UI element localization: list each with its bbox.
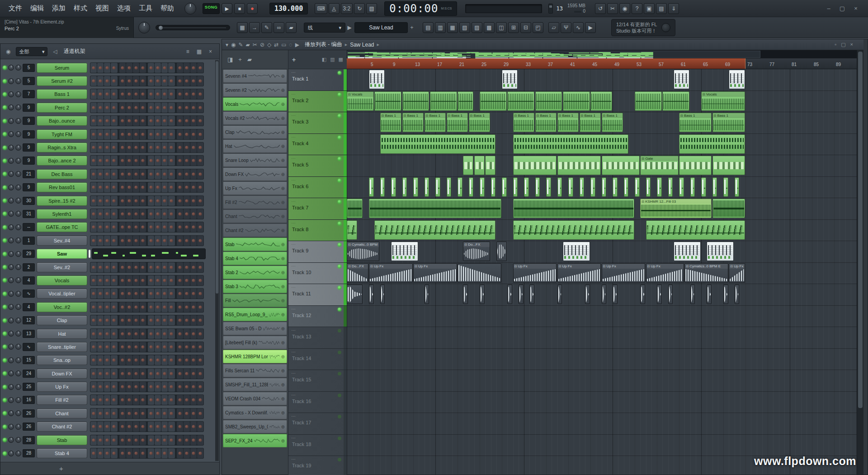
step-cell[interactable] bbox=[190, 395, 197, 405]
step-cell[interactable] bbox=[184, 435, 190, 445]
step-cell[interactable] bbox=[155, 129, 161, 139]
step-cell[interactable] bbox=[133, 395, 139, 405]
clip[interactable] bbox=[690, 285, 695, 304]
step-cell[interactable] bbox=[197, 382, 203, 392]
step-cell[interactable] bbox=[148, 435, 154, 445]
clip[interactable] bbox=[557, 177, 562, 197]
step-cell[interactable] bbox=[161, 182, 168, 192]
step-cell[interactable] bbox=[155, 422, 161, 432]
step-cell[interactable] bbox=[97, 169, 104, 179]
step-cell[interactable] bbox=[177, 209, 183, 219]
clip[interactable]: ⊟Gate bbox=[640, 156, 678, 175]
channel-mixer-track-number[interactable]: 9 bbox=[23, 130, 35, 138]
step-cell[interactable] bbox=[168, 289, 175, 299]
clip[interactable] bbox=[425, 177, 429, 197]
step-cell[interactable] bbox=[197, 262, 203, 272]
track-options-dots[interactable]: … bbox=[291, 198, 296, 203]
clip[interactable] bbox=[485, 156, 495, 175]
step-cell[interactable] bbox=[104, 422, 110, 432]
step-cell[interactable] bbox=[140, 435, 146, 445]
menu-item-4[interactable]: 样式 bbox=[70, 4, 91, 13]
playlist-track-lane[interactable]: ⊟Vocals⊟Vocals bbox=[347, 91, 858, 113]
clip[interactable] bbox=[480, 285, 485, 304]
clip[interactable] bbox=[712, 177, 717, 197]
menu-item-6[interactable]: 选项 bbox=[113, 4, 135, 13]
step-cell[interactable] bbox=[190, 182, 197, 192]
step-cell[interactable] bbox=[111, 196, 117, 206]
step-cell[interactable] bbox=[119, 342, 126, 352]
script-icon[interactable]: ▱ bbox=[548, 22, 559, 33]
track-header[interactable]: …Track 9 bbox=[288, 241, 347, 263]
step-cell[interactable] bbox=[190, 129, 197, 139]
step-cell[interactable] bbox=[140, 89, 146, 99]
channel-mute-led[interactable] bbox=[3, 385, 7, 389]
track-led[interactable] bbox=[338, 351, 341, 354]
step-cell[interactable] bbox=[155, 262, 161, 272]
step-cell[interactable] bbox=[184, 315, 190, 325]
step-cell[interactable] bbox=[197, 222, 203, 232]
loop-record-icon[interactable]: ↻ bbox=[354, 3, 365, 14]
clip[interactable]: ⊟Bass 1 bbox=[557, 113, 579, 132]
step-cell[interactable] bbox=[90, 329, 97, 339]
step-cell[interactable] bbox=[184, 355, 190, 365]
track-led[interactable] bbox=[338, 136, 341, 139]
channel-mixer-track-number[interactable]: 24 bbox=[23, 370, 35, 378]
clip[interactable] bbox=[513, 199, 634, 218]
channel-filter-dropdown[interactable]: 全部 ▾ bbox=[16, 47, 47, 56]
menu-item-7[interactable]: 工具 bbox=[135, 4, 156, 13]
step-cell[interactable] bbox=[197, 369, 203, 379]
channel-mute-led[interactable] bbox=[3, 79, 7, 83]
clip[interactable] bbox=[657, 285, 662, 304]
track-header[interactable]: …Track 13 bbox=[288, 327, 347, 349]
track-options-dots[interactable]: … bbox=[291, 176, 296, 181]
clip[interactable] bbox=[529, 285, 534, 304]
step-cell[interactable] bbox=[148, 129, 154, 139]
pattern-arrow-button[interactable]: ▶ bbox=[346, 24, 353, 31]
tempo-display[interactable]: 130.000 bbox=[269, 3, 308, 14]
step-cell[interactable] bbox=[168, 422, 175, 432]
step-cell[interactable] bbox=[197, 342, 203, 352]
channel-volume-knob[interactable] bbox=[15, 171, 21, 177]
clip[interactable] bbox=[707, 285, 712, 304]
step-cell[interactable] bbox=[119, 169, 126, 179]
picker-item[interactable]: SMSHP_Fill_11_128B⊕ bbox=[223, 378, 287, 391]
step-cell[interactable] bbox=[197, 355, 203, 365]
step-cell[interactable] bbox=[177, 408, 183, 418]
picker-item[interactable]: Vocals⊕ bbox=[223, 97, 287, 111]
clip[interactable] bbox=[602, 156, 640, 175]
step-cell[interactable] bbox=[119, 129, 126, 139]
step-cell[interactable] bbox=[155, 355, 161, 365]
step-cell[interactable] bbox=[197, 63, 203, 73]
step-cell[interactable] bbox=[119, 196, 126, 206]
picker-item[interactable]: KSHMR 128BPM Long⊕ bbox=[223, 350, 287, 363]
step-cell[interactable] bbox=[184, 329, 190, 339]
step-cell[interactable] bbox=[133, 382, 139, 392]
step-cell[interactable] bbox=[111, 369, 117, 379]
channel-mixer-track-number[interactable]: 2 bbox=[23, 263, 35, 271]
channel-pan-knob[interactable] bbox=[8, 104, 14, 110]
step-cell[interactable] bbox=[111, 276, 117, 285]
step-cell[interactable] bbox=[155, 222, 161, 232]
track-header[interactable]: …Track 3 bbox=[288, 112, 347, 134]
channel-mute-led[interactable] bbox=[3, 398, 7, 402]
step-cell[interactable] bbox=[148, 262, 154, 272]
step-cell[interactable] bbox=[140, 196, 146, 206]
step-cell[interactable] bbox=[104, 196, 110, 206]
step-cell[interactable] bbox=[184, 448, 190, 458]
menu-item-5[interactable]: 视图 bbox=[91, 4, 113, 13]
step-cell[interactable] bbox=[168, 369, 175, 379]
metronome-icon[interactable]: ◬ bbox=[329, 3, 340, 14]
clip[interactable] bbox=[557, 285, 562, 304]
step-cell[interactable] bbox=[119, 76, 126, 86]
step-cell[interactable] bbox=[97, 63, 104, 73]
playlist-track-lane[interactable] bbox=[347, 306, 858, 328]
picker-item-knob-icon[interactable]: ⊕ bbox=[281, 354, 285, 359]
channel-button[interactable]: Down FX bbox=[37, 369, 87, 379]
step-cell[interactable] bbox=[104, 435, 110, 445]
clip[interactable] bbox=[590, 91, 612, 111]
step-cell[interactable] bbox=[168, 315, 175, 325]
picker-item-knob-icon[interactable]: ⊕ bbox=[281, 228, 285, 233]
clip[interactable] bbox=[402, 91, 429, 111]
step-cell[interactable] bbox=[90, 435, 97, 445]
picker-item[interactable]: Stab⊕ bbox=[223, 238, 287, 251]
